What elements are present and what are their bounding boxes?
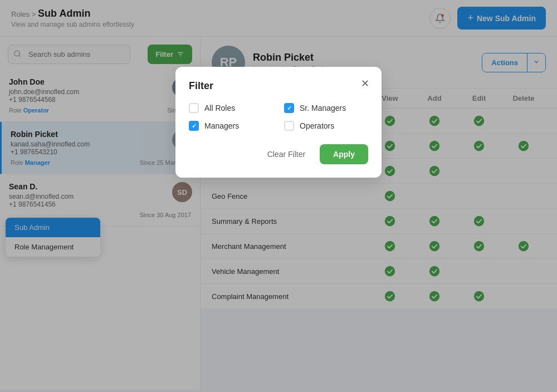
filter-checkbox[interactable] <box>189 121 199 131</box>
clear-filter-button[interactable]: Clear Filter <box>260 144 313 164</box>
filter-option[interactable]: All Roles <box>189 103 273 113</box>
filter-checkbox[interactable] <box>189 103 199 113</box>
filter-checkbox[interactable] <box>284 103 294 113</box>
filter-option[interactable]: Sr. Managers <box>284 103 368 113</box>
filter-option-label: Managers <box>204 121 239 130</box>
filter-option-label: All Roles <box>204 104 235 112</box>
filter-modal: Filter ✕ All Roles Sr. Managers Managers… <box>175 67 382 178</box>
filter-modal-title: Filter <box>189 80 368 92</box>
filter-checkbox[interactable] <box>284 121 294 131</box>
filter-option-label: Operators <box>300 121 334 130</box>
filter-option-label: Sr. Managers <box>300 104 346 112</box>
filter-option[interactable]: Operators <box>284 121 368 131</box>
filter-option[interactable]: Managers <box>189 121 273 131</box>
apply-filter-button[interactable]: Apply <box>320 144 368 164</box>
filter-actions: Clear Filter Apply <box>189 144 368 164</box>
filter-overlay[interactable]: Filter ✕ All Roles Sr. Managers Managers… <box>0 0 557 390</box>
filter-options: All Roles Sr. Managers Managers Operator… <box>189 103 368 131</box>
filter-close-button[interactable]: ✕ <box>357 76 373 91</box>
